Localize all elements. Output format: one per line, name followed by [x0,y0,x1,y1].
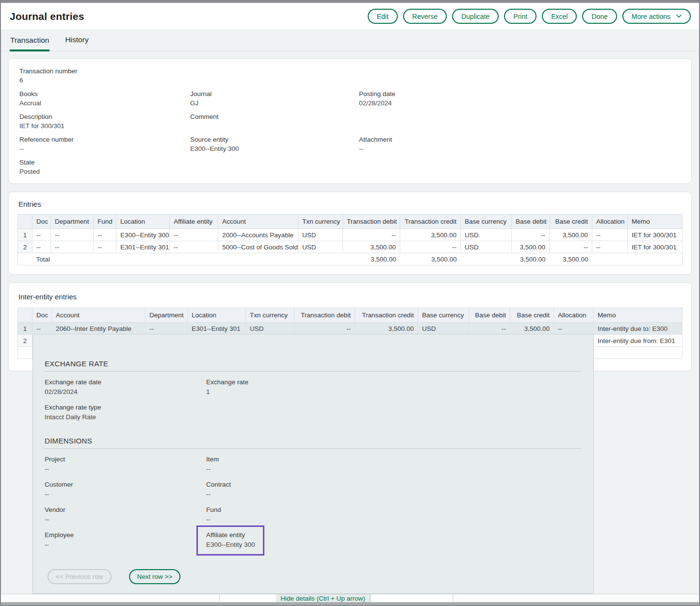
field-label: Employee [45,531,206,539]
field-transaction-number: Transaction number 6 [19,67,190,84]
table-row[interactable]: 1--2060--Inter Entity Payable--E301--Ent… [18,323,683,335]
table-cell: USD [461,241,512,253]
column-header: Transaction credit [400,214,461,229]
entries-table: DocDepartmentFundLocationAffiliate entit… [17,214,683,265]
column-header: Txn currency [298,214,343,229]
done-button[interactable]: Done [582,9,617,24]
table-cell: -- [170,229,218,241]
table-cell: Inter-entity due from: E301 [594,335,683,347]
table-cell: 3,500.00 [343,253,400,265]
table-cell: E300--Entity 300 [116,229,170,241]
table-cell: 3,500.00 [355,323,418,335]
table-cell: 2 [18,335,33,347]
total-row: Total3,500.003,500.003,500.003,500.00 [18,253,683,265]
field-label: Exchange rate [206,378,581,386]
field-fund: Fund -- [206,506,581,524]
field-exchange-rate-type: Exchange rate type Intacct Daily Rate [45,404,206,421]
field-label: Posting date [359,90,681,98]
table-cell: -- [94,241,116,253]
field-attachment: Attachment -- [359,136,681,153]
table-cell: -- [33,323,52,335]
table-cell [218,253,298,265]
table-cell: 1 [18,323,33,335]
tab-history[interactable]: History [65,35,89,51]
field-label: State [19,159,190,166]
entry-detail-panel-content: EXCHANGE RATE Exchange rate date 02/28/2… [33,360,593,584]
column-header: Account [218,214,298,229]
table-cell: E301--Entity 301 [188,323,246,335]
field-value [190,122,359,130]
column-header: Transaction debit [294,308,355,323]
section-divider [45,371,581,372]
table-cell: -- [512,229,550,241]
table-cell [51,253,94,265]
field-source-entity: Source entity E300--Entity 300 [190,136,359,153]
field-label: Item [206,456,581,463]
table-row[interactable]: 1------E300--Entity 300--2000--Accounts … [18,229,683,241]
table-cell: IET for 300/301 [628,229,683,241]
print-button[interactable]: Print [504,9,537,24]
field-value: 1 [206,388,581,396]
reverse-button[interactable]: Reverse [403,9,447,24]
table-cell: 3,500.00 [550,253,592,265]
field-reference-number: Reference number -- [19,136,190,153]
field-value: Intacct Daily Rate [45,413,206,421]
table-cell [298,253,343,265]
column-header: Base currency [461,214,512,229]
table-cell: USD [461,229,512,241]
previous-row-button[interactable]: << Previous row [48,569,112,584]
entry-detail-panel: EXCHANGE RATE Exchange rate date 02/28/2… [33,334,594,594]
field-value: 02/28/2024 [359,99,681,107]
column-header: Txn currency [246,308,294,323]
table-cell [94,253,116,265]
column-header: Location [188,308,246,323]
column-header: Location [116,214,170,229]
table-cell: USD [298,229,343,241]
table-row[interactable]: 2------E301--Entity 301--5000--Cost of G… [18,241,683,253]
excel-button[interactable]: Excel [542,9,577,24]
table-cell [594,347,683,359]
field-value: Posted [19,168,190,176]
table-cell: -- [592,229,628,241]
exchange-rate-fields: Exchange rate date 02/28/2024 Exchange r… [45,378,581,421]
table-cell: -- [170,241,218,253]
exchange-rate-heading: EXCHANGE RATE [45,360,581,368]
field-value: 02/28/2024 [45,388,206,396]
column-header: Memo [594,308,683,323]
table-cell: 1 [18,229,33,241]
row-navigation-buttons: << Previous row Next row >> [45,569,581,584]
table-cell: 3,500.00 [400,229,461,241]
table-cell: Total [33,253,51,265]
column-header: Affiliate entity [170,214,218,229]
column-header [18,308,33,323]
edit-button[interactable]: Edit [368,9,398,24]
table-cell: -- [33,229,51,241]
tab-transaction[interactable]: Transaction [10,36,49,51]
table-cell: -- [51,241,94,253]
table-cell: -- [343,229,400,241]
field-label: Contract [206,481,581,488]
field-label: Customer [45,481,206,488]
field-value: -- [206,465,581,473]
section-divider [45,448,581,449]
tab-bar: Transaction History [1,30,699,51]
column-header: Department [146,308,188,323]
table-cell [628,253,683,265]
column-header: Base credit [550,214,592,229]
table-cell: 3,500.00 [512,253,550,265]
field-posting-date: Posting date 02/28/2024 [359,90,681,107]
next-row-button[interactable]: Next row >> [129,569,181,584]
toolbar: Edit Reverse Duplicate Print Excel Done … [368,9,691,24]
page-header: Journal entries Edit Reverse Duplicate P… [1,3,699,30]
field-value: -- [45,491,206,498]
table-cell [18,347,33,359]
duplicate-button[interactable]: Duplicate [452,9,499,24]
table-cell: Inter-entity due to: E300 [594,323,683,335]
field-label: Vendor [45,506,206,513]
inter-entity-title: Inter-entity entries [18,293,683,301]
field-customer: Customer -- [45,481,206,498]
table-cell: E301--Entity 301 [116,241,170,253]
affiliate-entity-highlight-box: Affiliate entity E300--Entity 300 [196,525,264,556]
more-actions-button[interactable]: More actions [622,9,691,24]
field-value: E300--Entity 300 [190,145,359,153]
